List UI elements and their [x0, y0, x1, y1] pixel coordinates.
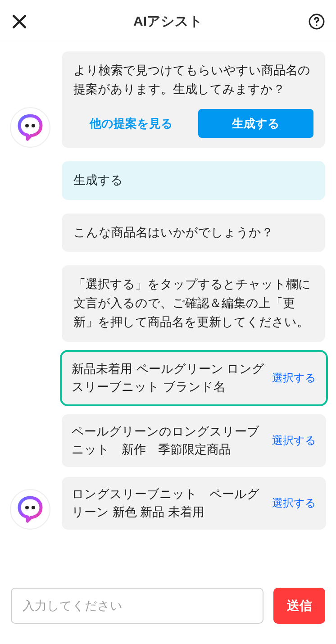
svg-point-4 — [25, 124, 29, 127]
assistant-prompt-text: より検索で見つけてもらいやすい商品名の提案があります。生成してみますか？ — [73, 61, 313, 99]
other-suggestions-button[interactable]: 他の提案を見る — [73, 109, 189, 138]
svg-point-5 — [32, 124, 35, 127]
suggestion-row-with-avatar: ロングスリーブニット ペールグリーン 新色 新品 未着用 選択する — [10, 477, 326, 530]
svg-point-3 — [316, 24, 317, 26]
header: AIアシスト — [0, 0, 336, 43]
suggestion-item: ペールグリーンのロングスリーブニット 新作 季節限定商品 選択する — [62, 414, 326, 467]
assistant-avatar — [10, 489, 50, 530]
help-icon[interactable] — [308, 13, 325, 30]
assistant-bubble: より検索で見つけてもらいやすい商品名の提案があります。生成してみますか？ 他の提… — [62, 51, 325, 148]
suggestion-text: ロングスリーブニット ペールグリーン 新色 新品 未着用 — [72, 485, 266, 522]
svg-point-7 — [32, 506, 35, 509]
assistant-instructions-bubble: 「選択する」をタップするとチャット欄に文言が入るので、ご確認＆編集の上「更新」を… — [62, 265, 325, 342]
suggestion-text: ペールグリーンのロングスリーブニット 新作 季節限定商品 — [72, 422, 266, 459]
select-link[interactable]: 選択する — [272, 496, 316, 510]
chat-area: より検索で見つけてもらいやすい商品名の提案があります。生成してみますか？ 他の提… — [0, 43, 336, 574]
assistant-avatar — [10, 107, 50, 148]
assistant-instructions-row: 「選択する」をタップするとチャット欄に文言が入るので、ご確認＆編集の上「更新」を… — [10, 265, 326, 342]
svg-point-6 — [25, 506, 29, 509]
user-message-row: 生成する — [10, 161, 326, 200]
suggestion-item: 新品未着用 ペールグリーン ロングスリーブニット ブランド名 選択する — [62, 352, 326, 404]
page-title: AIアシスト — [28, 12, 308, 31]
suggestion-text: 新品未着用 ペールグリーン ロングスリーブニット ブランド名 — [72, 360, 266, 396]
assistant-followup-row: こんな商品名はいかがでしょうか？ — [10, 213, 326, 252]
suggestion-item: ロングスリーブニット ペールグリーン 新色 新品 未着用 選択する — [62, 477, 326, 530]
assistant-message-row: より検索で見つけてもらいやすい商品名の提案があります。生成してみますか？ 他の提… — [10, 51, 326, 148]
input-bar: 送信 — [0, 574, 336, 644]
select-link[interactable]: 選択する — [272, 371, 316, 385]
assistant-followup-bubble: こんな商品名はいかがでしょうか？ — [62, 213, 325, 252]
send-button[interactable]: 送信 — [273, 588, 325, 624]
user-bubble: 生成する — [62, 161, 325, 200]
message-input[interactable] — [11, 588, 263, 624]
close-icon[interactable] — [11, 13, 28, 30]
select-link[interactable]: 選択する — [272, 433, 316, 448]
generate-button[interactable]: 生成する — [198, 109, 314, 138]
